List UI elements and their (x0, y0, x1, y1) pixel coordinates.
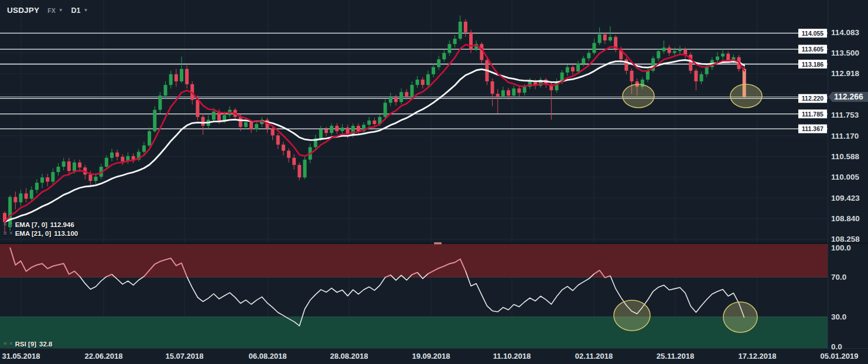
rsi-axis-tick: 0.0 (831, 342, 842, 351)
chevron-down-icon: ▼ (84, 8, 88, 13)
price-axis-tick: 108.258 (831, 235, 860, 243)
trading-chart-window: 114.083113.500112.918111.753111.170110.5… (0, 0, 868, 364)
rsi-axis-tick: 70.0 (831, 273, 846, 281)
rsi-indicator-legend: ≡ × RSI [9]32.8 (4, 340, 53, 349)
time-axis-label: 15.07.2018 (165, 352, 203, 360)
rsi-value: 32.8 (39, 341, 52, 348)
price-axis-tick: 110.588 (831, 152, 860, 161)
ema7-value: 112.946 (50, 221, 74, 228)
highlight-ellipses (614, 84, 762, 332)
time-axis-label: 22.06.2018 (84, 352, 122, 360)
rsi-bands (0, 244, 828, 348)
ema21-legend-text: EMA [21, 0]113.100 (15, 230, 78, 237)
highlight-ellipse (730, 84, 762, 108)
candles-group (3, 16, 746, 233)
highlight-ellipse (614, 300, 650, 331)
close-icon[interactable]: × (9, 222, 13, 228)
price-axis-tick: 111.170 (831, 132, 859, 140)
time-axis-label: 25.11.2018 (657, 352, 694, 360)
price-indicator-legend: ≡ × EMA [7, 0]112.946 ≡ × EMA [21, 0]113… (4, 221, 78, 238)
close-icon[interactable]: × (9, 341, 13, 347)
level-label-text: 111.367 (802, 125, 823, 132)
ema7-legend-row: ≡ × EMA [7, 0]112.946 (4, 221, 78, 228)
time-axis-label: 28.08.2018 (330, 352, 368, 360)
price-axis-tick: 112.918 (831, 69, 860, 78)
symbol-label[interactable]: USDJPY (7, 6, 39, 15)
close-icon[interactable]: × (9, 231, 13, 236)
time-axis-label: 31.05.2018 (2, 352, 40, 360)
level-label-text: 113.186 (802, 61, 824, 68)
time-axis-label: 02.11.2018 (575, 352, 613, 360)
rsi-legend-text: RSI [9]32.8 (15, 341, 53, 348)
price-axis-tick: 113.500 (831, 49, 859, 57)
highlight-ellipse (623, 84, 654, 108)
rsi-axis-tick: 30.0 (831, 313, 846, 321)
price-axis-tick: 108.840 (831, 214, 860, 223)
ema21-value: 113.100 (54, 230, 78, 237)
highlight-ellipse (723, 302, 757, 332)
settings-icon[interactable]: ≡ (4, 341, 7, 347)
time-axis-label: 06.08.2018 (248, 352, 286, 360)
ema7-legend-text: EMA [7, 0]112.946 (15, 221, 74, 228)
rsi-axis-tick: 100.0 (831, 243, 851, 252)
time-axis-label: 05.01.2019 (820, 352, 858, 360)
settings-icon[interactable]: ≡ (4, 231, 7, 236)
chart-canvas[interactable]: 114.083113.500112.918111.753111.170110.5… (0, 0, 868, 364)
ema21-legend-row: ≡ × EMA [21, 0]113.100 (4, 229, 78, 237)
time-axis-label: 11.10.2018 (493, 352, 531, 360)
price-axis-tick: 110.005 (831, 173, 860, 181)
price-axis-tick: 114.083 (831, 28, 860, 37)
price-axis-tick: 109.423 (831, 194, 860, 202)
market-dropdown[interactable]: FX ▼ (47, 7, 63, 14)
chevron-down-icon: ▼ (59, 8, 63, 13)
ema21-line (5, 60, 744, 222)
interval-dropdown[interactable]: D1 ▼ (71, 6, 88, 15)
rsi-legend-row: ≡ × RSI [9]32.8 (4, 340, 53, 348)
pane-divider-handle[interactable] (434, 242, 442, 245)
level-label-text: 111.785 (802, 111, 823, 118)
time-axis-label: 19.09.2018 (412, 352, 450, 360)
time-axis-label: 17.12.2018 (738, 352, 776, 360)
level-label-text: 114.055 (802, 30, 824, 37)
level-label-text: 113.605 (802, 46, 824, 53)
chart-toolbar: USDJPY FX ▼ D1 ▼ (7, 6, 88, 15)
settings-icon[interactable]: ≡ (4, 222, 7, 228)
price-axis-tick: 111.753 (831, 111, 859, 119)
current-price-tag-text: 112.266 (834, 92, 863, 101)
level-label-text: 112.220 (802, 95, 824, 102)
